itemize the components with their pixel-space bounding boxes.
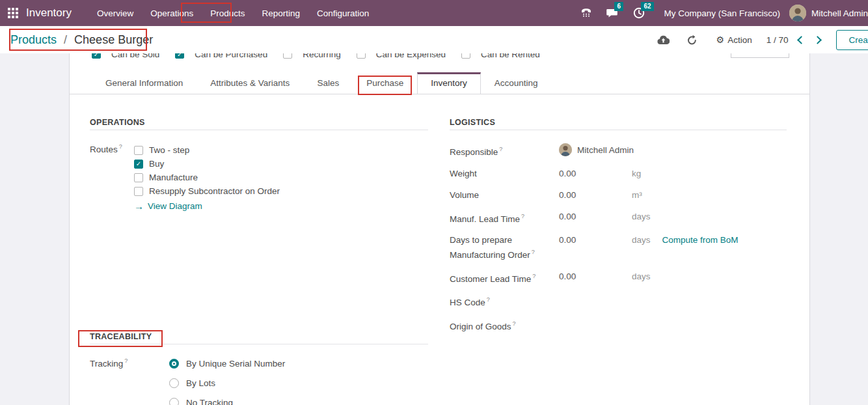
tab-attributes-variants[interactable]: Attributes & Variants (197, 72, 303, 94)
view-diagram-link[interactable]: → View Diagram (134, 201, 280, 212)
control-panel: Products / Cheese Burger ⚙ Action 1 / 70… (0, 26, 868, 53)
manuf-lead-time-unit: days (632, 210, 787, 223)
navbar-systray: 6 62 My Company (San Francisco) Mitchell… (573, 0, 868, 26)
flag-can-be-expensed[interactable]: ✓ Can be Expensed (357, 53, 446, 59)
product-flags-row: ✓ Can be Sold ✓ Can be Purchased ✓ Recur… (70, 53, 809, 63)
volume-input[interactable]: 0.00 (559, 189, 632, 201)
volume-field: Volume 0.00 m³ (450, 189, 787, 201)
route-two-step[interactable]: ✓ Two - step (134, 143, 280, 157)
save-cloud-icon[interactable] (657, 35, 670, 45)
weight-unit: kg (632, 167, 787, 180)
tracking-field: Tracking? By Unique Serial Number By Lot… (90, 357, 428, 405)
user-menu[interactable]: Mitchell Admin (789, 5, 868, 21)
nav-item-operations[interactable]: Operations (142, 0, 202, 26)
tab-accounting[interactable]: Accounting (481, 72, 552, 94)
breadcrumb-current: Cheese Burger (74, 33, 153, 46)
hs-code-field: HS Code? (450, 294, 787, 309)
checkbox-buy[interactable]: ✓ (134, 160, 143, 169)
routes-options: ✓ Two - step ✓ Buy ✓ Manufacture ✓ (134, 143, 280, 212)
days-to-prepare-unit: days (632, 234, 651, 246)
pager-previous-icon[interactable] (798, 36, 806, 44)
user-avatar (789, 5, 806, 21)
hs-code-label: HS Code? (450, 294, 559, 309)
tracking-label: Tracking? (90, 357, 169, 405)
app-name[interactable]: Inventory (26, 7, 72, 20)
create-button[interactable]: Create (836, 30, 868, 50)
routes-label: Routes? (90, 143, 134, 212)
responsible-field: Responsible? Mitchell Admin (450, 143, 787, 158)
radio-no-tracking[interactable] (169, 398, 179, 405)
manuf-lead-time-input[interactable]: 0.00 (559, 210, 632, 223)
tab-purchase[interactable]: Purchase (353, 72, 417, 94)
checkbox-can-be-sold[interactable]: ✓ (92, 53, 101, 59)
activities-clock-icon[interactable]: 62 (633, 7, 645, 19)
customer-lead-time-label: Customer Lead Time? (450, 270, 559, 285)
softphone-icon[interactable] (580, 7, 592, 19)
inventory-tab-form: OPERATIONS Routes? ✓ Two - step ✓ Buy (70, 94, 809, 405)
customer-lead-time-input[interactable]: 0.00 (559, 270, 632, 283)
checkbox-recurring[interactable]: ✓ (283, 53, 292, 59)
tracking-option-serial[interactable]: By Unique Serial Number (169, 357, 285, 369)
breadcrumb-products-link[interactable]: Products (10, 33, 57, 46)
nav-item-products[interactable]: Products (202, 0, 253, 26)
nav-item-configuration[interactable]: Configuration (308, 0, 377, 26)
apps-grid-icon[interactable] (8, 8, 18, 18)
notebook-tabs: General Information Attributes & Variant… (70, 73, 809, 94)
checkbox-can-be-purchased[interactable]: ✓ (175, 53, 184, 59)
tracking-option-none[interactable]: No Tracking (169, 397, 285, 405)
messages-icon[interactable]: 6 (606, 7, 619, 19)
action-dropdown[interactable]: ⚙ Action (716, 35, 752, 45)
route-resupply-subcontractor[interactable]: ✓ Resupply Subcontractor on Order (134, 184, 280, 198)
tab-general-information[interactable]: General Information (92, 72, 197, 94)
form-right-column: LOGISTICS Responsible? Mitchell Admin (450, 118, 787, 405)
days-to-prepare-field: Days to prepare Manufacturing Order? 0.0… (450, 234, 787, 261)
checkbox-can-be-expensed[interactable]: ✓ (357, 53, 366, 59)
checkbox-manufacture[interactable]: ✓ (134, 173, 143, 182)
help-icon: ? (532, 249, 535, 255)
radio-serial-number[interactable] (169, 359, 179, 369)
days-to-prepare-input[interactable]: 0.00 (559, 234, 632, 246)
checkbox-can-be-rented[interactable]: ✓ (461, 53, 470, 59)
flag-can-be-rented[interactable]: ✓ Can be Rented (461, 53, 540, 59)
checkbox-resupply-subcontractor[interactable]: ✓ (134, 187, 143, 196)
logistics-section-title: LOGISTICS (450, 118, 787, 130)
action-label: Action (727, 35, 752, 45)
messages-badge: 6 (614, 2, 623, 11)
nav-item-reporting[interactable]: Reporting (254, 0, 309, 26)
content-area: ✓ Can be Sold ✓ Can be Purchased ✓ Recur… (0, 53, 868, 405)
weight-input[interactable]: 0.00 (559, 167, 632, 180)
flag-recurring[interactable]: ✓ Recurring (283, 53, 341, 59)
radio-by-lots[interactable] (169, 378, 179, 388)
volume-unit: m³ (632, 189, 787, 201)
nav-item-overview[interactable]: Overview (88, 0, 142, 26)
tab-inventory[interactable]: Inventory (417, 72, 481, 94)
help-icon: ? (532, 273, 536, 279)
help-icon: ? (119, 143, 122, 150)
weight-field: Weight 0.00 kg (450, 167, 787, 180)
manuf-lead-time-field: Manuf. Lead Time? 0.00 days (450, 210, 787, 225)
volume-label: Volume (450, 189, 559, 201)
route-buy[interactable]: ✓ Buy (134, 157, 280, 171)
operations-section-title: OPERATIONS (90, 118, 428, 130)
responsible-value[interactable]: Mitchell Admin (559, 143, 787, 156)
record-pager: 1 / 70 (766, 35, 821, 45)
help-icon: ? (487, 296, 490, 303)
product-form-sheet: ✓ Can be Sold ✓ Can be Purchased ✓ Recur… (69, 53, 810, 405)
company-switcher[interactable]: My Company (San Francisco) (664, 8, 780, 18)
pager-next-icon[interactable] (814, 36, 822, 44)
arrow-right-icon: → (134, 201, 144, 212)
route-manufacture[interactable]: ✓ Manufacture (134, 171, 280, 184)
flag-can-be-sold[interactable]: ✓ Can be Sold (92, 53, 159, 59)
checkbox-two-step[interactable]: ✓ (134, 146, 143, 155)
customer-lead-time-field: Customer Lead Time? 0.00 days (450, 270, 787, 285)
flag-can-be-purchased[interactable]: ✓ Can be Purchased (175, 53, 267, 59)
compute-from-bom-button[interactable]: Compute from BoM (662, 234, 739, 246)
main-menu: Overview Operations Products Reporting C… (88, 0, 377, 26)
tracking-option-lots[interactable]: By Lots (169, 377, 285, 389)
user-name: Mitchell Admin (811, 8, 868, 18)
origin-of-goods-field: Origin of Goods? (450, 318, 787, 333)
discard-undo-icon[interactable] (686, 35, 698, 45)
tracking-options: By Unique Serial Number By Lots No Track… (169, 357, 285, 405)
responsible-avatar (559, 143, 572, 156)
tab-sales[interactable]: Sales (303, 72, 353, 94)
